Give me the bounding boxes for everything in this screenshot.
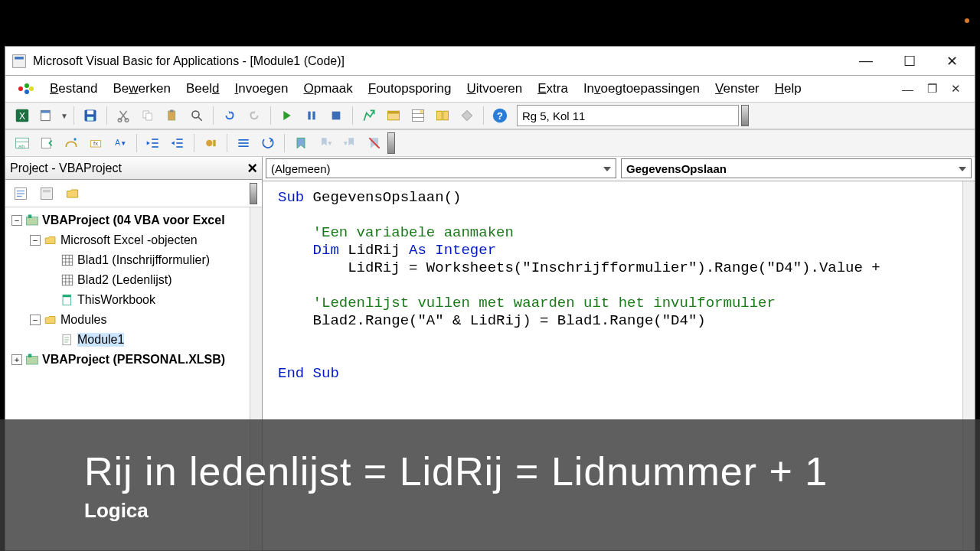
- indent-button[interactable]: [142, 132, 164, 154]
- worksheet-icon: [60, 253, 74, 267]
- cursor-position-display: Rg 5, Kol 11: [517, 105, 739, 126]
- complete-word-button[interactable]: A: [109, 132, 131, 154]
- bookmark-clear-button[interactable]: [364, 132, 385, 154]
- tree-modules-folder[interactable]: Modules: [60, 313, 106, 327]
- tree-sheet-blad2[interactable]: Blad2 (Ledenlijst): [77, 273, 172, 287]
- tree-module1[interactable]: Module1: [77, 333, 124, 347]
- menu-venster[interactable]: Venster: [710, 80, 764, 98]
- main-toolbar: X ▼ ? Rg 5, Kol 11: [5, 102, 975, 129]
- svg-rect-62: [62, 255, 73, 266]
- scope-dropdown[interactable]: (Algemeen): [266, 158, 616, 178]
- menu-uitvoeren[interactable]: Uitvoeren: [462, 80, 527, 98]
- edit-toolbar: ab fx A: [5, 129, 975, 157]
- menu-beeld[interactable]: Beeld: [181, 80, 224, 98]
- menu-invoegen[interactable]: Invoegen: [230, 80, 293, 98]
- app-icon: [11, 54, 27, 69]
- reset-button[interactable]: [325, 105, 347, 126]
- mdi-restore-button[interactable]: ❐: [924, 82, 940, 96]
- worksheet-icon: [60, 273, 74, 287]
- run-button[interactable]: [276, 105, 298, 126]
- comment-block-button[interactable]: [233, 132, 254, 154]
- break-button[interactable]: [301, 105, 322, 126]
- svg-point-5: [29, 86, 34, 91]
- svg-rect-73: [63, 295, 71, 297]
- procedure-dropdown[interactable]: GegevensOpslaan: [621, 158, 972, 178]
- insert-module-button[interactable]: [36, 105, 57, 126]
- code-text: Dim: [313, 242, 339, 259]
- folder-icon: [44, 313, 57, 327]
- tree-expand-icon[interactable]: +: [11, 354, 22, 365]
- edit-toolbar-handle[interactable]: [387, 132, 395, 154]
- cut-button[interactable]: [113, 105, 134, 126]
- svg-rect-49: [213, 140, 215, 146]
- window-controls: — ☐ ✕: [854, 53, 962, 70]
- design-mode-button[interactable]: [358, 105, 380, 126]
- menu-foutopsporing[interactable]: Foutopsporing: [364, 80, 456, 98]
- menu-invoegtoepassingen[interactable]: Invoegtoepassingen: [579, 80, 704, 98]
- breakpoint-button[interactable]: [200, 132, 221, 154]
- tree-collapse-icon[interactable]: −: [11, 215, 22, 226]
- minimize-button[interactable]: —: [854, 53, 877, 70]
- svg-rect-78: [27, 357, 38, 365]
- code-comment: 'Een variabele aanmaken: [278, 224, 514, 241]
- vba-logo-icon: [16, 80, 34, 98]
- svg-point-4: [24, 90, 29, 94]
- toolbar-handle[interactable]: [741, 105, 749, 126]
- titlebar: Microsoft Visual Basic for Applications …: [5, 47, 975, 76]
- bookmark-next-button[interactable]: [315, 132, 336, 154]
- paste-button[interactable]: [162, 105, 183, 126]
- caption-overlay: Rij in ledenlijst = LidRij = Lidnummer +…: [0, 419, 980, 551]
- copy-button[interactable]: [137, 105, 158, 126]
- tree-collapse-icon[interactable]: −: [30, 235, 41, 246]
- tree-vbaproject-personal[interactable]: VBAProject (PERSONAL.XLSB): [42, 353, 225, 367]
- bookmark-toggle-button[interactable]: [290, 132, 312, 154]
- workbook-icon: [60, 293, 74, 307]
- tree-sheet-blad1[interactable]: Blad1 (Inschrijfformulier): [77, 253, 210, 267]
- save-button[interactable]: [80, 105, 101, 126]
- outdent-button[interactable]: [167, 132, 188, 154]
- redo-button[interactable]: [243, 105, 265, 126]
- find-button[interactable]: [186, 105, 207, 126]
- menu-bestand[interactable]: Bestand: [45, 80, 102, 98]
- menu-extra[interactable]: Extra: [533, 80, 573, 98]
- mdi-minimize-button[interactable]: —: [899, 83, 916, 96]
- uncomment-block-button[interactable]: [257, 132, 279, 154]
- view-object-button[interactable]: [36, 183, 57, 204]
- list-constants-button[interactable]: [36, 132, 57, 154]
- properties-button[interactable]: [407, 105, 429, 126]
- menubar: Bestand Bewerken Beeld Invoegen Opmaak F…: [5, 76, 975, 102]
- close-button[interactable]: ✕: [942, 53, 962, 70]
- undo-button[interactable]: [219, 105, 240, 126]
- menu-help[interactable]: Help: [770, 80, 806, 98]
- quick-info-button[interactable]: [60, 132, 82, 154]
- tree-thisworkbook[interactable]: ThisWorkbook: [77, 293, 155, 307]
- svg-rect-29: [420, 110, 423, 112]
- toggle-folders-button[interactable]: [62, 183, 83, 204]
- svg-rect-18: [170, 110, 174, 112]
- view-code-button[interactable]: [10, 183, 31, 204]
- svg-text:fx: fx: [93, 140, 98, 147]
- list-properties-button[interactable]: ab: [11, 132, 33, 154]
- maximize-button[interactable]: ☐: [899, 53, 920, 70]
- recording-dot: [965, 18, 969, 23]
- menu-opmaak[interactable]: Opmaak: [299, 80, 357, 98]
- project-pane-close-button[interactable]: ×: [247, 158, 257, 178]
- code-text: LidRij = Worksheets("Inschrijfformulier"…: [278, 259, 889, 276]
- bookmark-prev-button[interactable]: [339, 132, 361, 154]
- parameter-info-button[interactable]: fx: [85, 132, 106, 154]
- code-text: As Integer: [409, 242, 496, 259]
- tree-collapse-icon[interactable]: −: [30, 315, 41, 325]
- vbaproject-icon: [25, 353, 39, 367]
- tree-excel-objects-folder[interactable]: Microsoft Excel -objecten: [60, 233, 198, 247]
- mdi-close-button[interactable]: ✕: [948, 82, 964, 96]
- view-excel-button[interactable]: X: [11, 105, 33, 126]
- help-button[interactable]: ?: [489, 105, 511, 126]
- module-icon: [60, 333, 74, 347]
- object-browser-button[interactable]: [432, 105, 453, 126]
- project-toolbar-handle[interactable]: [250, 183, 257, 204]
- toolbox-button[interactable]: [456, 105, 478, 126]
- svg-rect-67: [62, 275, 73, 285]
- tree-vbaproject-1[interactable]: VBAProject (04 VBA voor Excel: [42, 214, 225, 227]
- menu-bewerken[interactable]: Bewerken: [108, 80, 175, 98]
- project-explorer-button[interactable]: [383, 105, 404, 126]
